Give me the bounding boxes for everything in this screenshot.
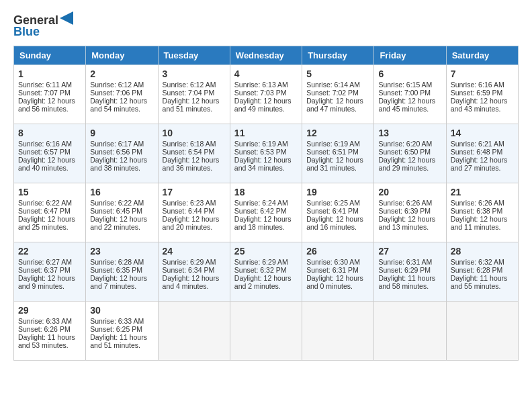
day-info-line: Sunset: 7:06 PM [90,89,153,97]
day-info-line: Daylight: 12 hours [18,215,81,223]
day-info-line: Daylight: 12 hours [18,274,81,282]
calendar-body: 1Sunrise: 6:11 AMSunset: 7:07 PMDaylight… [14,65,519,361]
day-header-friday: Friday [374,46,446,65]
day-number: 16 [90,187,153,197]
svg-marker-0 [60,11,73,25]
day-info-line: Sunset: 7:00 PM [378,89,441,97]
day-info-line: Sunrise: 6:28 AM [90,258,153,266]
calendar-cell: 16Sunrise: 6:22 AMSunset: 6:45 PMDayligh… [86,183,158,242]
day-info-line: Daylight: 12 hours [378,97,441,105]
calendar-cell: 4Sunrise: 6:13 AMSunset: 7:03 PMDaylight… [230,65,302,124]
day-info-line: Daylight: 12 hours [163,274,226,282]
day-info-line: Sunset: 6:42 PM [234,207,298,215]
day-number: 24 [163,246,226,257]
day-info-line: Daylight: 12 hours [163,97,226,105]
day-info-line: Sunset: 6:35 PM [90,266,153,274]
day-number: 15 [18,187,81,197]
day-info-line: Sunset: 6:25 PM [90,325,153,333]
day-info-line: and 36 minutes. [163,164,226,172]
calendar-cell: 20Sunrise: 6:26 AMSunset: 6:39 PMDayligh… [374,183,446,242]
day-info-line: Sunrise: 6:23 AM [163,199,226,207]
day-info-line: Sunrise: 6:19 AM [234,140,298,148]
day-info-line: Daylight: 11 hours [90,333,153,341]
logo-container: General Blue [13,13,73,39]
day-info-line: Sunset: 6:51 PM [306,148,369,156]
day-number: 26 [306,246,369,257]
calendar-cell [374,302,446,361]
day-info-line: Sunrise: 6:12 AM [90,81,153,89]
day-info-line: and 34 minutes. [234,164,298,172]
day-number: 10 [163,128,226,138]
calendar-cell [230,302,302,361]
day-number: 28 [451,246,514,257]
day-info-line: and 16 minutes. [306,223,369,231]
day-info-line: Sunset: 6:54 PM [163,148,226,156]
calendar-table: SundayMondayTuesdayWednesdayThursdayFrid… [13,46,519,361]
day-number: 29 [18,305,81,316]
day-number: 1 [18,68,81,79]
calendar-cell: 6Sunrise: 6:15 AMSunset: 7:00 PMDaylight… [374,65,446,124]
day-info-line: Sunrise: 6:17 AM [90,140,153,148]
day-info-line: Daylight: 12 hours [306,156,369,164]
calendar-week-row: 8Sunrise: 6:16 AMSunset: 6:57 PMDaylight… [14,124,519,183]
day-info-line: Sunrise: 6:30 AM [306,258,369,266]
day-info-line: Sunset: 6:34 PM [163,266,226,274]
day-info-line: Daylight: 12 hours [234,156,298,164]
calendar-week-row: 22Sunrise: 6:27 AMSunset: 6:37 PMDayligh… [14,242,519,302]
day-number: 6 [378,68,441,79]
day-number: 18 [234,187,298,197]
day-number: 3 [163,68,226,79]
calendar-cell: 13Sunrise: 6:20 AMSunset: 6:50 PMDayligh… [374,124,446,183]
calendar-cell: 11Sunrise: 6:19 AMSunset: 6:53 PMDayligh… [230,124,302,183]
day-info-line: Sunrise: 6:25 AM [306,199,369,207]
day-info-line: Sunrise: 6:15 AM [378,81,441,89]
day-info-line: Sunset: 7:02 PM [306,89,369,97]
day-info-line: Daylight: 12 hours [90,156,153,164]
day-info-line: Sunrise: 6:22 AM [18,199,81,207]
day-info-line: Sunset: 6:59 PM [451,89,514,97]
day-info-line: Daylight: 11 hours [451,274,514,282]
day-info-line: Sunrise: 6:12 AM [163,81,226,89]
day-info-line: Sunset: 6:57 PM [18,148,81,156]
logo-arrow-icon [60,11,73,25]
calendar-cell [158,302,230,361]
day-number: 22 [18,246,81,257]
day-info-line: Sunrise: 6:20 AM [378,140,441,148]
calendar-cell: 18Sunrise: 6:24 AMSunset: 6:42 PMDayligh… [230,183,302,242]
day-info-line: Sunset: 6:38 PM [451,207,514,215]
calendar-cell: 21Sunrise: 6:26 AMSunset: 6:38 PMDayligh… [446,183,518,242]
day-info-line: Daylight: 12 hours [234,97,298,105]
day-info-line: Sunset: 6:44 PM [163,207,226,215]
day-info-line: Daylight: 12 hours [306,274,369,282]
day-info-line: Sunset: 6:47 PM [18,207,81,215]
calendar-cell [446,302,518,361]
day-info-line: and 13 minutes. [378,223,441,231]
day-header-wednesday: Wednesday [230,46,302,65]
calendar-cell: 30Sunrise: 6:33 AMSunset: 6:25 PMDayligh… [86,302,158,361]
day-info-line: Daylight: 12 hours [18,156,81,164]
day-info-line: and 25 minutes. [18,223,81,231]
day-number: 27 [378,246,441,257]
day-info-line: Sunset: 6:28 PM [451,266,514,274]
day-info-line: Sunrise: 6:31 AM [378,258,441,266]
day-info-line: and 22 minutes. [90,223,153,231]
day-info-line: Sunrise: 6:32 AM [451,258,514,266]
calendar-week-row: 1Sunrise: 6:11 AMSunset: 7:07 PMDaylight… [14,65,519,124]
day-info-line: Daylight: 12 hours [234,274,298,282]
day-info-line: Daylight: 12 hours [234,215,298,223]
day-info-line: and 27 minutes. [451,164,514,172]
day-info-line: and 2 minutes. [234,282,298,290]
calendar-cell: 9Sunrise: 6:17 AMSunset: 6:56 PMDaylight… [86,124,158,183]
calendar-cell: 2Sunrise: 6:12 AMSunset: 7:06 PMDaylight… [86,65,158,124]
calendar-cell: 10Sunrise: 6:18 AMSunset: 6:54 PMDayligh… [158,124,230,183]
day-info-line: Sunrise: 6:26 AM [451,199,514,207]
calendar-cell: 26Sunrise: 6:30 AMSunset: 6:31 PMDayligh… [302,242,374,302]
day-info-line: Sunset: 6:53 PM [234,148,298,156]
day-info-line: Daylight: 12 hours [90,274,153,282]
day-info-line: Daylight: 12 hours [451,215,514,223]
day-info-line: Sunset: 6:32 PM [234,266,298,274]
calendar-week-row: 29Sunrise: 6:33 AMSunset: 6:26 PMDayligh… [14,302,519,361]
day-info-line: Daylight: 12 hours [18,97,81,105]
day-number: 19 [306,187,369,197]
day-info-line: and 20 minutes. [163,223,226,231]
